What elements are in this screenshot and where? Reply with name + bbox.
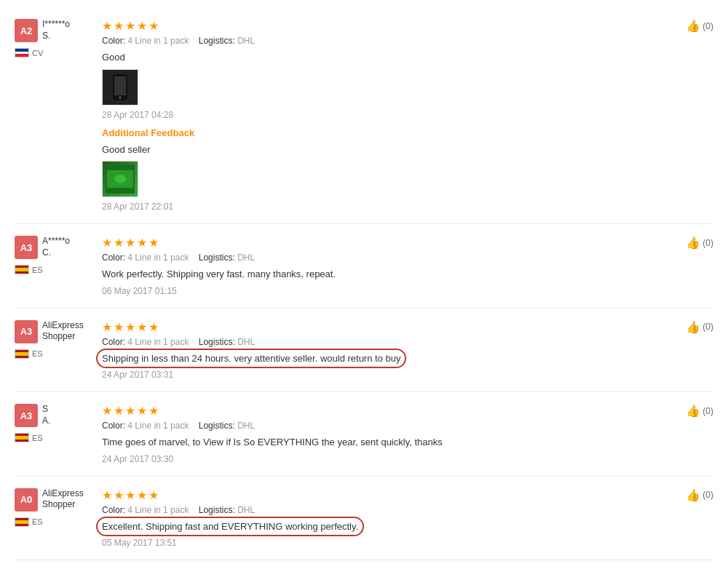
star-full: ★ xyxy=(102,488,112,502)
review-meta: Color: 4 Line in 1 pack Logistics: DHL xyxy=(102,421,670,431)
country-code: CV xyxy=(32,49,43,57)
avatar: A3 xyxy=(15,404,38,427)
avatar-wrapper: A3 AliExpressShopper xyxy=(15,320,102,346)
country-code: ES xyxy=(32,266,43,274)
like-area: 👍 (0) xyxy=(686,320,713,334)
star-full: ★ xyxy=(102,404,112,418)
country-code: ES xyxy=(32,517,43,526)
reviewer-info: A3 SA. ES xyxy=(15,404,102,464)
reviews-container: A2 I******oS. CV ★★★★★ Color: 4 Line in … xyxy=(0,0,728,568)
review-text: Shipping in less than 24 hours. very att… xyxy=(102,351,670,366)
logistics-value: DHL xyxy=(237,505,255,515)
star-full: ★ xyxy=(125,19,135,33)
thumbs-up-icon: 👍 xyxy=(686,236,700,250)
stars-row: ★★★★★ xyxy=(102,236,670,250)
flag-icon xyxy=(15,349,29,359)
like-button[interactable]: 👍 (0) xyxy=(686,236,713,250)
flag-icon xyxy=(15,265,29,274)
flag-country: ES xyxy=(15,265,102,274)
stars-row: ★★★★★ xyxy=(102,488,670,502)
avatar-wrapper: A2 I******oS. xyxy=(15,19,102,45)
reviewer-name: A*****oC. xyxy=(42,236,70,258)
review-meta: Color: 4 Line in 1 pack Logistics: DHL xyxy=(102,337,670,347)
review-content: ★★★★★ Color: 4 Line in 1 pack Logistics:… xyxy=(102,320,713,381)
review-item: A3 AliExpressShopper ES ★★★★★ Color: 4 L… xyxy=(15,309,713,393)
review-text: Good xyxy=(102,50,670,65)
star-full: ★ xyxy=(114,488,124,502)
like-area: 👍 (0) xyxy=(686,488,713,502)
logistics-value: DHL xyxy=(237,252,255,263)
flag-country: ES xyxy=(15,517,102,527)
review-text-content: Time goes of marvel, to View if Is So EV… xyxy=(102,437,443,447)
star-full: ★ xyxy=(114,19,124,33)
review-text: Excellent. Shipping fast and EVERYTHING … xyxy=(102,520,670,534)
like-button[interactable]: 👍 (0) xyxy=(686,488,713,502)
color-label: Color: xyxy=(102,36,125,46)
star-full: ★ xyxy=(125,488,135,502)
additional-review-text: Good seller xyxy=(102,143,670,157)
product-thumbnail[interactable] xyxy=(102,69,138,106)
svg-point-2 xyxy=(119,96,122,99)
color-value: 4 Line in 1 pack xyxy=(127,36,189,46)
color-label: Color: xyxy=(102,505,125,515)
like-area: 👍 (0) xyxy=(686,19,713,33)
additional-review-date: 28 Apr 2017 22:01 xyxy=(102,202,670,212)
logistics-label: Logistics: xyxy=(199,421,235,431)
avatar: A3 xyxy=(15,236,38,259)
flag-country: ES xyxy=(15,349,102,359)
review-content: ★★★★★ Color: 4 Line in 1 pack Logistics:… xyxy=(102,19,713,212)
product-thumbnail[interactable] xyxy=(102,161,138,197)
color-label: Color: xyxy=(102,252,125,263)
avatar: A2 xyxy=(15,19,38,42)
like-button[interactable]: 👍 (0) xyxy=(686,19,713,33)
review-content: ★★★★★ Color: 4 Line in 1 pack Logistics:… xyxy=(102,404,713,464)
reviewer-info: A2 I******oS. CV xyxy=(15,19,102,212)
star-half: ★ xyxy=(149,488,159,502)
color-value: 4 Line in 1 pack xyxy=(127,505,189,515)
avatar: A0 xyxy=(15,488,38,512)
stars-row: ★★★★★ xyxy=(102,320,670,334)
reviewer-name: SA. xyxy=(42,404,50,426)
avatar: A3 xyxy=(15,320,38,343)
circled-text: Shipping in less than 24 hours. very att… xyxy=(102,351,400,366)
star-full: ★ xyxy=(102,236,112,250)
like-area: 👍 (0) xyxy=(686,236,713,250)
review-item: A3 SA. ES ★★★★★ Color: 4 Line in 1 pack … xyxy=(15,392,713,477)
logistics-label: Logistics: xyxy=(199,337,235,347)
logistics-value: DHL xyxy=(237,421,255,431)
color-label: Color: xyxy=(102,421,125,431)
flag-country: CV xyxy=(15,48,102,57)
color-value: 4 Line in 1 pack xyxy=(127,252,189,263)
like-count: (0) xyxy=(703,238,713,248)
like-count: (0) xyxy=(703,406,713,416)
review-content: ★★★★★ Color: 4 Line in 1 pack Logistics:… xyxy=(102,236,713,296)
star-full: ★ xyxy=(137,488,147,502)
review-meta: Color: 4 Line in 1 pack Logistics: DHL xyxy=(102,505,670,515)
review-text-content: Work perfectly. Shipping very fast. many… xyxy=(102,268,336,279)
star-full: ★ xyxy=(114,320,124,334)
stars-row: ★★★★★ xyxy=(102,404,670,418)
review-text: Work perfectly. Shipping very fast. many… xyxy=(102,267,670,282)
circled-text: Excellent. Shipping fast and EVERYTHING … xyxy=(102,520,358,534)
review-date: 24 Apr 2017 03:30 xyxy=(102,454,670,464)
like-button[interactable]: 👍 (0) xyxy=(686,404,713,418)
star-full: ★ xyxy=(137,404,147,418)
logistics-label: Logistics: xyxy=(199,505,235,515)
star-full: ★ xyxy=(125,236,135,250)
like-count: (0) xyxy=(703,322,713,332)
like-area: 👍 (0) xyxy=(686,404,713,418)
star-full: ★ xyxy=(125,404,135,418)
review-date: 24 Apr 2017 03:31 xyxy=(102,370,670,380)
avatar-wrapper: A0 AliExpressShopper xyxy=(15,488,102,514)
flag-country: ES xyxy=(15,433,102,442)
logistics-label: Logistics: xyxy=(199,36,235,46)
like-button[interactable]: 👍 (0) xyxy=(686,320,713,334)
review-text-content: Good xyxy=(102,52,125,63)
thumbs-up-icon: 👍 xyxy=(686,404,700,418)
avatar-wrapper: A3 SA. xyxy=(15,404,102,430)
like-count: (0) xyxy=(703,490,713,500)
star-full: ★ xyxy=(137,236,147,250)
avatar-wrapper: A3 A*****oC. xyxy=(15,236,102,262)
flag-icon xyxy=(15,433,29,442)
star-full: ★ xyxy=(114,404,124,418)
